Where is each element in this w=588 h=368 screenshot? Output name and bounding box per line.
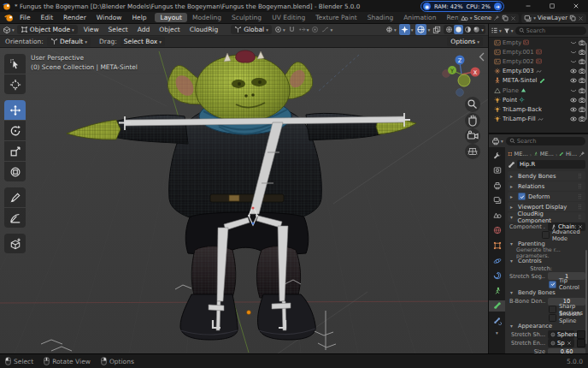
item-label[interactable]: TriLamp-Back — [503, 106, 542, 113]
tab-tool[interactable] — [489, 150, 505, 161]
tool-select-box[interactable] — [4, 54, 26, 74]
proportional-edit-icon[interactable] — [311, 26, 319, 33]
menu-help[interactable]: Help — [126, 14, 151, 21]
tab-render[interactable] — [489, 165, 505, 176]
zoom-button[interactable] — [465, 97, 480, 112]
tab-object-data[interactable] — [489, 285, 505, 296]
outliner-row-empty-003[interactable]: Empty.003 — [489, 67, 588, 76]
properties-scrollbar[interactable] — [585, 250, 587, 344]
show-gizmo-dropdown[interactable]: ▾ — [385, 26, 397, 33]
remove-view-layer-icon[interactable] — [578, 15, 584, 21]
maximize-button[interactable] — [540, 0, 564, 12]
shape-picker-button[interactable] — [577, 339, 585, 347]
filter-dropdown[interactable]: ▾ — [503, 27, 514, 34]
camera-view-button[interactable] — [465, 128, 480, 144]
tab-world[interactable] — [489, 225, 505, 236]
pin-icon[interactable] — [579, 151, 585, 157]
pivot-point-dropdown[interactable]: ▾ — [274, 26, 285, 33]
tool-annotate[interactable] — [4, 187, 26, 207]
disable-render-icon[interactable] — [579, 58, 585, 65]
sharp-sections-checkbox[interactable] — [549, 306, 556, 313]
tool-scale[interactable] — [4, 141, 26, 161]
outliner-search-input[interactable] — [526, 27, 583, 34]
workspace-tab-animation[interactable]: Animation — [398, 13, 441, 22]
new-view-layer-icon[interactable] — [569, 15, 576, 21]
pan-button[interactable] — [465, 113, 480, 128]
hide-viewport-icon[interactable] — [570, 58, 577, 65]
tip-control-checkbox[interactable] — [549, 281, 556, 288]
scene-name[interactable]: Scene — [473, 15, 491, 21]
view-layer-name[interactable]: ViewLayer — [538, 15, 567, 21]
disable-render-icon[interactable] — [579, 39, 585, 46]
stretch-end-dropdown[interactable]: Sphere... — [548, 339, 574, 347]
deform-checkbox[interactable] — [518, 193, 526, 200]
drag-dropdown[interactable]: Select Box ▾ — [121, 37, 165, 46]
item-label[interactable]: META-Sintel — [503, 77, 538, 84]
item-label[interactable]: Point — [503, 97, 517, 104]
disable-render-icon[interactable] — [579, 87, 585, 94]
tool-add-cube[interactable] — [4, 234, 26, 253]
close-button[interactable] — [564, 0, 588, 12]
outliner-row-trilamp-fill[interactable]: TriLamp-Fill — [489, 115, 588, 124]
hide-viewport-icon[interactable] — [570, 39, 577, 46]
show-viewport-icon[interactable] — [570, 68, 577, 74]
minimize-button[interactable] — [516, 0, 540, 12]
item-label[interactable]: Empty — [503, 39, 521, 46]
panel-deform[interactable]: ▸Deform — [508, 192, 585, 201]
unlink-scene-icon[interactable] — [510, 15, 516, 21]
toggle-xray-icon[interactable] — [432, 26, 441, 34]
viewport-canvas[interactable]: Z Y X — [0, 48, 488, 353]
assistant-icon[interactable]: ◉ — [423, 3, 431, 10]
advanced-mode-checkbox[interactable] — [542, 231, 550, 239]
panel-bendy-bones[interactable]: ▸Bendy Bones — [508, 171, 585, 181]
falloff-dropdown[interactable]: ▾ — [321, 26, 332, 33]
transform-orientation-dropdown[interactable]: Global ▾ — [231, 25, 272, 34]
menu-window[interactable]: Window — [91, 14, 127, 21]
shape-picker-button[interactable] — [577, 330, 585, 339]
menu-render[interactable]: Render — [58, 14, 91, 21]
menu-view[interactable]: View — [80, 26, 103, 33]
mode-dropdown[interactable]: Object Mode ▾ — [17, 25, 78, 34]
outliner-row-trilamp-back[interactable]: TriLamp-Back — [489, 104, 588, 114]
tab-object[interactable] — [489, 240, 505, 252]
panel-cloudrig-component[interactable]: ▾CloudRig Component — [508, 212, 585, 222]
stretch-shape-dropdown[interactable]: Sphere — [548, 330, 574, 339]
breadcrumb-data[interactable]: ME... — [540, 151, 554, 157]
tool-cursor[interactable] — [4, 74, 26, 94]
menu-select[interactable]: Select — [105, 26, 132, 33]
enable-render-icon[interactable] — [579, 116, 585, 122]
menu-object[interactable]: Object — [156, 26, 183, 33]
tool-transform[interactable] — [4, 162, 26, 181]
outliner-row-meta-sintel[interactable]: META-Sintel — [489, 76, 588, 86]
display-mode-dropdown[interactable]: ▾ — [491, 27, 502, 34]
tool-measure[interactable] — [4, 208, 26, 228]
tool-rotate[interactable] — [4, 121, 26, 140]
shading-solid-button[interactable] — [454, 25, 463, 34]
hide-viewport-icon[interactable] — [570, 49, 577, 56]
blender-logo-icon[interactable] — [3, 13, 15, 22]
shading-dropdown[interactable]: ▾ — [481, 27, 484, 33]
show-viewport-icon[interactable] — [570, 97, 577, 104]
shading-rendered-icon[interactable] — [473, 26, 480, 33]
smooth-spline-checkbox[interactable] — [549, 314, 556, 322]
enable-render-icon[interactable] — [579, 77, 585, 84]
gizmo-front-ball[interactable] — [458, 74, 470, 86]
item-label[interactable]: Empty.002 — [503, 58, 534, 65]
tab-overflow-chevron[interactable]: ▾ — [496, 330, 498, 335]
editor-type-button[interactable]: ▾ — [3, 26, 15, 34]
outliner-row-empty[interactable]: Empty — [489, 38, 588, 47]
tab-bone[interactable] — [489, 300, 505, 312]
new-scene-icon[interactable] — [502, 15, 509, 21]
view-layer-selector[interactable]: ▾ ViewLayer — [521, 14, 586, 23]
panel-relations[interactable]: ▸Relations — [508, 181, 585, 191]
disable-render-icon[interactable] — [579, 49, 585, 56]
xray-dropdown[interactable]: ▾ — [415, 24, 430, 35]
orientation-dropdown[interactable]: Default ▾ — [47, 37, 91, 46]
shading-wireframe-icon[interactable] — [445, 26, 453, 33]
show-overlays-dropdown[interactable]: ▾ — [399, 24, 414, 35]
tab-scene[interactable] — [489, 210, 505, 221]
datablock-dropdown[interactable]: ▾ — [491, 137, 503, 145]
tab-bone-constraint[interactable] — [489, 316, 505, 327]
pin-icon[interactable] — [493, 15, 500, 21]
tab-physics[interactable] — [489, 255, 505, 266]
